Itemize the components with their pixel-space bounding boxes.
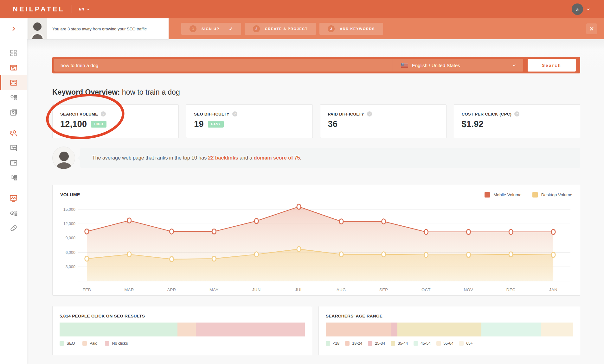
svg-text:3,000: 3,000: [66, 265, 75, 269]
svg-text:JAN: JAN: [549, 287, 557, 292]
legend-item: Paid: [82, 341, 97, 346]
help-icon[interactable]: ?: [514, 111, 519, 116]
legend-item: 35-44: [391, 341, 408, 346]
volume-chart-card: VOLUME Mobile Volume Desktop Volume 3,00…: [52, 185, 580, 296]
age-card-title: SEARCHERS' AGE RANGE: [326, 314, 573, 318]
age-legend: <18 18-24 25-34 35-44 45-54 55-64 65+: [326, 341, 573, 346]
sidebar-item-content-ideas[interactable]: [0, 105, 27, 120]
neil-photo: [28, 18, 47, 39]
rank-tracking-icon: [9, 194, 18, 203]
seo-swatch: [60, 341, 64, 346]
sidebar-item-backlinks[interactable]: [0, 221, 27, 235]
metric-label: SEO DIFFICULTY: [194, 112, 229, 116]
volume-area-chart: 3,0006,0009,00012,00015,000FEBMARAPRMAYJ…: [60, 198, 572, 293]
sidebar-item-keywords-search[interactable]: [0, 170, 27, 185]
chevron-down-icon: [512, 63, 516, 67]
idea-list-icon: [10, 94, 18, 102]
neil-avatar-photo: [52, 147, 75, 169]
banner-close-button[interactable]: ✕: [586, 23, 597, 34]
mobile-swatch: [485, 192, 490, 198]
help-icon[interactable]: ?: [232, 111, 237, 116]
keyword-search-bar: English / United States Search: [52, 57, 580, 73]
paid-swatch: [82, 341, 87, 346]
top-navbar: NEILPATEL EN a: [0, 0, 604, 18]
chevron-right-icon: [11, 26, 16, 32]
ubersuggest-app: NEILPATEL EN a: [0, 0, 604, 364]
step-label: CREATE A PROJECT: [265, 27, 308, 31]
ui-language-label: EN: [79, 7, 84, 11]
site-search-icon: [10, 64, 18, 72]
insight-row: The average web page that ranks in the t…: [52, 147, 580, 169]
competitors-icon: [9, 129, 18, 137]
help-icon[interactable]: ?: [367, 111, 372, 116]
close-icon: ✕: [589, 25, 594, 33]
bar-segment: [326, 323, 391, 336]
metric-label: SEARCH VOLUME: [60, 112, 98, 116]
metric-value: 36: [328, 119, 338, 129]
step-label: ADD KEYWORDS: [340, 27, 375, 31]
neilpatel-logo[interactable]: NEILPATEL: [13, 5, 65, 13]
svg-text:MAY: MAY: [209, 287, 219, 292]
content-ideas-icon: [10, 109, 18, 117]
user-avatar[interactable]: a: [572, 3, 583, 15]
language-country-selector[interactable]: English / United States: [393, 59, 523, 72]
step-create-project[interactable]: 2 CREATE A PROJECT: [245, 23, 316, 35]
svg-text:NOV: NOV: [464, 287, 473, 292]
svg-text:OCT: OCT: [421, 287, 431, 292]
metric-value: 19: [194, 119, 204, 129]
sidebar-item-keyword-overview[interactable]: [0, 75, 27, 90]
sidebar-item-traffic[interactable]: [0, 155, 27, 170]
svg-text:DEC: DEC: [506, 287, 516, 292]
visibility-list-icon: [10, 209, 18, 217]
sidebar-item-keyword-ideas[interactable]: [0, 90, 27, 105]
legend-item-mobile: Mobile Volume: [485, 192, 522, 198]
status-badge: HIGH: [91, 121, 106, 128]
svg-text:SEP: SEP: [379, 287, 388, 292]
insight-backlinks-link[interactable]: 22 backlinks: [208, 155, 238, 160]
svg-text:9,000: 9,000: [66, 236, 75, 240]
onboarding-message: You are 3 steps away from growing your S…: [52, 27, 149, 31]
sidebar-item-visibility[interactable]: [0, 206, 27, 221]
step-label: SIGN UP: [202, 27, 219, 31]
seo-clicks-card: 5,814 PEOPLE CLICK ON SEO RESULTS SEO Pa…: [52, 306, 312, 355]
metric-label: COST PER CLICK (CPC): [462, 112, 512, 116]
check-icon: ✓: [229, 26, 233, 32]
age-range-card: SEARCHERS' AGE RANGE <18 18-24 25-34 35-…: [318, 306, 580, 355]
metric-value: 12,100: [60, 119, 87, 129]
sidebar-item-rank-tracking[interactable]: [0, 191, 27, 206]
step-add-keywords[interactable]: 3 ADD KEYWORDS: [319, 23, 383, 35]
sidebar-item-dashboard[interactable]: [0, 46, 27, 60]
legend-item-desktop: Desktop Volume: [532, 192, 572, 198]
legend-item: 65+: [459, 341, 473, 346]
account-chevron-down-icon[interactable]: [586, 7, 590, 11]
chart-legend: Mobile Volume Desktop Volume: [485, 192, 572, 198]
search-input[interactable]: [54, 59, 393, 72]
bar-segment: [397, 323, 481, 336]
legend-item: 18-24: [345, 341, 362, 346]
page-title-keyword: how to train a dog: [122, 88, 180, 96]
sidebar-nav: [0, 18, 27, 364]
ui-language-selector[interactable]: EN: [79, 7, 90, 11]
sidebar-expand-button[interactable]: [0, 18, 27, 40]
clicks-stacked-bar: [60, 323, 305, 336]
sidebar-item-seo-analyzer[interactable]: [0, 141, 27, 155]
traffic-upload-icon: [10, 159, 18, 167]
keyword-list-search-icon: [10, 174, 18, 182]
insight-domain-score-link[interactable]: domain score of 75: [254, 155, 300, 160]
help-icon[interactable]: ?: [101, 111, 106, 116]
main-content: English / United States Search Keyword O…: [27, 39, 604, 364]
legend-label: Mobile Volume: [493, 192, 522, 197]
no-clicks-swatch: [105, 341, 109, 346]
language-country-label: English / United States: [412, 63, 460, 68]
person-photo-placeholder: [53, 147, 75, 169]
step-sign-up[interactable]: 1 SIGN UP ✓: [181, 23, 241, 35]
sidebar-item-competitor-analysis[interactable]: [0, 126, 27, 141]
bar-segment: [391, 323, 398, 336]
legend-item: No clicks: [105, 341, 128, 346]
keyword-overview-chart-icon: [10, 79, 18, 87]
person-photo-placeholder: [28, 18, 47, 39]
search-button[interactable]: Search: [528, 59, 576, 72]
desktop-swatch: [532, 192, 538, 198]
sidebar-item-site-search[interactable]: [0, 60, 27, 75]
step-number-badge: 3: [328, 25, 335, 32]
